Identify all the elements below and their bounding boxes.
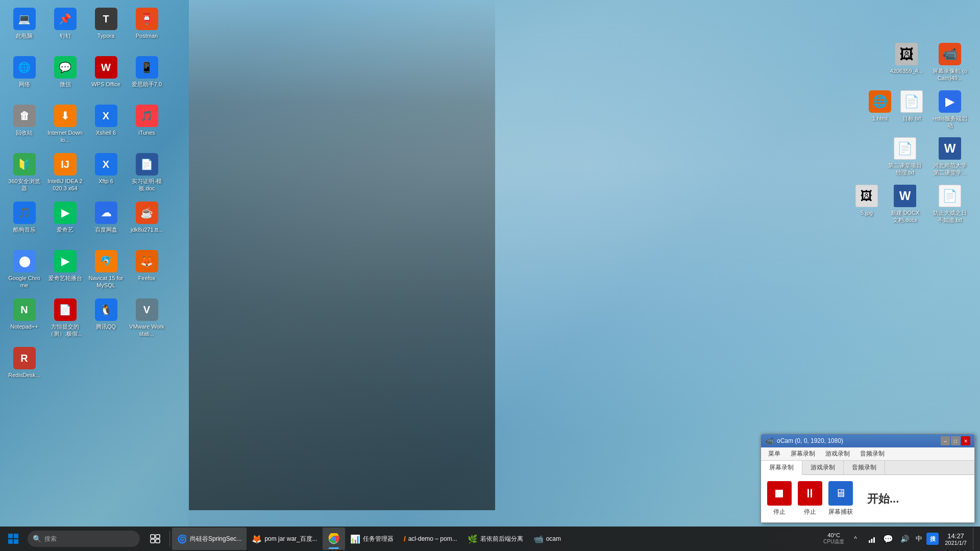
right-icons-row-top: 🖼 4206359_4... 📹 屏幕录像机 (oCam)49...	[786, 41, 970, 84]
desktop-icon-wechat[interactable]: 💬微信	[46, 54, 84, 99]
svg-rect-4	[151, 535, 155, 538]
taskbar-edge-button[interactable]: 🌀 尚硅谷SpringSec...	[172, 528, 247, 550]
desktop-icon-vmware[interactable]: VVMware Workstati...	[128, 296, 166, 342]
right-icons-row-bottom: 🖼 5.jpg W 新建 DOCX 文档.docx 📄 防止大成之日不知道.tx…	[786, 183, 970, 226]
taskbar-chrome-button[interactable]	[323, 528, 345, 550]
ocam-menu-screen-record[interactable]: 屏幕录制	[786, 447, 820, 460]
desktop-icons-left: 💻此电脑📌钉钉TTypora📮Postman🌐网络💬微信WWPS Office📱…	[5, 5, 168, 505]
svg-rect-7	[156, 539, 160, 543]
desktop-icon-dierketang[interactable]: 📄 第二课堂项目经理.txt	[885, 135, 925, 179]
ocam-stop-button[interactable]: ⏹ 停止	[767, 481, 792, 516]
desktop-icon-1html[interactable]: 🌐 1.html	[867, 88, 893, 132]
task-view-button[interactable]	[144, 528, 166, 550]
ocam-body: ⏹ 停止 ⏸ 停止 🖥 屏幕捕获 开始...	[761, 475, 974, 522]
desktop-icon-recycle[interactable]: 🗑回收站	[5, 102, 43, 148]
ocam-menu-audio-record[interactable]: 音频录制	[855, 447, 890, 460]
svg-rect-2	[8, 539, 13, 544]
desktop-icon-navicat[interactable]: 🐬Navicat 15 for MySQL	[87, 247, 125, 293]
taskbar-search[interactable]: 🔍 搜索	[28, 531, 140, 547]
taskbar-ocam-button[interactable]: 📹 ocam	[528, 528, 566, 550]
desktop-icon-photo[interactable]: 🖼 4206359_4...	[888, 41, 925, 84]
ocam-menu: 菜单 屏幕录制 游戏录制 音频录制	[761, 447, 974, 461]
svg-rect-0	[8, 534, 13, 538]
ocam-menu-game-record[interactable]: 游戏录制	[820, 447, 855, 460]
ocam-start-text: 开始...	[867, 491, 899, 507]
tray-ime-icon[interactable]: 中	[914, 528, 924, 550]
svg-point-10	[332, 537, 336, 541]
tray-wechat-icon[interactable]: 💬	[881, 528, 895, 550]
ocam-titlebar: 📹 oCam (0, 0, 1920, 1080) – □ ✕	[761, 434, 974, 447]
ocam-window: 📹 oCam (0, 0, 1920, 1080) – □ ✕ 菜单 屏幕录制 …	[761, 434, 975, 523]
svg-rect-11	[869, 540, 870, 543]
ocam-pause-label: 停止	[804, 508, 816, 516]
desktop-icon-fanghui[interactable]: 📄方恒提交的（测）.极假...	[46, 296, 84, 342]
taskbar-ruoyi-button[interactable]: 🌿 若依前后端分离	[462, 528, 528, 550]
desktop-icon-network[interactable]: 🌐网络	[5, 54, 43, 99]
taskbar-pom-button[interactable]: 🦊 pom jar war_百度...	[247, 528, 322, 550]
desktop-icon-iqiyi[interactable]: ▶爱奇艺	[46, 199, 84, 245]
system-tray: 40°C CPU温度 ^ 💬 🔊 中 搜	[818, 527, 980, 551]
ocam-tab-game[interactable]: 游戏录制	[802, 461, 844, 474]
taskbar-acl-button[interactable]: I acl-demo – pom...	[399, 528, 462, 550]
ocam-stop-label: 停止	[773, 508, 786, 516]
desktop-icon-5jpg[interactable]: 🖼 5.jpg	[853, 183, 880, 226]
desktop-icon-aisi[interactable]: 📱爱思助手7.0	[128, 54, 166, 99]
ocam-title: 📹 oCam (0, 0, 1920, 1080)	[765, 437, 941, 445]
desktop-icon-redisdesk[interactable]: RRedisDesk...	[5, 344, 43, 390]
desktop-icon-tengxunqq[interactable]: 🐧腾讯QQ	[87, 296, 125, 342]
desktop-icon-xinjian-docx[interactable]: W 新建 DOCX 文档.docx	[885, 183, 925, 226]
show-desktop-button[interactable]	[973, 528, 977, 550]
desktop-icon-baidu-disk[interactable]: ☁百度网盘	[87, 199, 125, 245]
desktop-icon-intellij[interactable]: IJIntelliJ IDEA 2020.3 x64	[46, 151, 84, 196]
desktop-icon-pin[interactable]: 📌钉钉	[46, 5, 84, 51]
desktop-icon-360[interactable]: 🔰360安全浏览器	[5, 151, 43, 196]
desktop-icon-this-pc[interactable]: 💻此电脑	[5, 5, 43, 51]
desktop-icon-mubiaotext[interactable]: 📄 目标.txt	[898, 88, 925, 132]
tray-hidden-icons[interactable]: ^	[848, 528, 863, 550]
svg-rect-5	[156, 535, 160, 538]
ocam-maximize-button[interactable]: □	[951, 436, 960, 445]
ocam-pause-button[interactable]: ⏸ 停止	[798, 481, 822, 516]
right-icons-row-mid: 🌐 1.html 📄 目标.txt ▶ redis服务端启动	[786, 88, 970, 132]
desktop-icon-aiqiyi-main[interactable]: ▶爱奇艺轮播台	[46, 247, 84, 293]
ocam-close-button[interactable]: ✕	[961, 436, 970, 445]
ocam-capture-label: 屏幕捕获	[828, 508, 853, 516]
desktop-icon-kugou[interactable]: 🎵酷狗音乐	[5, 199, 43, 245]
desktop-icon-jdk[interactable]: ☕jdk8u271.tt...	[128, 199, 166, 245]
tray-volume-icon[interactable]: 🔊	[897, 528, 912, 550]
ocam-tabs: 屏幕录制 游戏录制 音频录制	[761, 461, 974, 475]
desktop-icon-xshell[interactable]: XXshell 6	[87, 102, 125, 148]
ocam-tab-screen[interactable]: 屏幕录制	[761, 461, 802, 475]
svg-rect-13	[873, 537, 875, 543]
start-button[interactable]	[2, 528, 24, 550]
desktop-icon-hebei-normal[interactable]: W 河北师范大学第二课堂学...	[930, 135, 970, 179]
tray-network-icon[interactable]	[865, 528, 879, 550]
desktop-icon-itunes[interactable]: 🎵iTunes	[128, 102, 166, 148]
ocam-minimize-button[interactable]: –	[941, 436, 950, 445]
taskbar-taskmgr-button[interactable]: 📊 任务管理器	[345, 528, 399, 550]
ocam-capture-button[interactable]: 🖥 屏幕捕获	[828, 481, 853, 516]
ocam-tab-audio[interactable]: 音频录制	[844, 461, 885, 474]
desktop-icon-firefox[interactable]: 🦊Firefox	[128, 247, 166, 293]
desktop-icon-internet-dl[interactable]: ⬇Internet Downlo...	[46, 102, 84, 148]
desktop-icon-screen-recorder[interactable]: 📹 屏幕录像机 (oCam)49...	[930, 41, 970, 84]
desktop-icon-redis-startup[interactable]: ▶ redis服务端启动	[930, 88, 970, 132]
desktop-icon-wps[interactable]: WWPS Office	[87, 54, 125, 99]
desktop-icon-fangzhi[interactable]: 📄 防止大成之日不知道.txt	[930, 183, 970, 226]
window-controls: – □ ✕	[941, 436, 970, 445]
desktop-icon-chrome[interactable]: ⬤Google Chrome	[5, 247, 43, 293]
svg-rect-6	[151, 539, 155, 543]
clock-area[interactable]: 14:27 2021/1/7	[941, 528, 971, 550]
tray-input-icon[interactable]: 搜	[926, 533, 939, 545]
desktop-icon-typora[interactable]: TTypora	[87, 5, 125, 51]
svg-rect-3	[14, 539, 18, 544]
ocam-menu-caidane[interactable]: 菜单	[763, 447, 786, 460]
cpu-temp-display: 40°C CPU温度	[821, 532, 846, 545]
right-icons-row-files: 📄 第二课堂项目经理.txt W 河北师范大学第二课堂学...	[786, 135, 970, 179]
desktop-icon-xftp[interactable]: XXftp 6	[87, 151, 125, 196]
taskbar: 🔍 搜索 🌀 尚硅谷SpringSec... 🦊 pom jar war_百度.…	[0, 527, 980, 551]
desktop-icon-shixi[interactable]: 📄实习证明-模板.doc	[128, 151, 166, 196]
svg-rect-12	[871, 539, 873, 543]
desktop-icon-notepadpp[interactable]: NNotepad++	[5, 296, 43, 342]
desktop-icon-postman[interactable]: 📮Postman	[128, 5, 166, 51]
